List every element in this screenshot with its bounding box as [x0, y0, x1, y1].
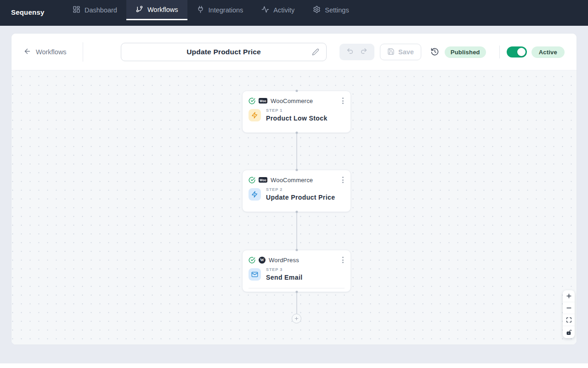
add-step-button[interactable]	[292, 314, 301, 323]
workflow-title-box	[121, 43, 327, 61]
published-status-badge: Published	[445, 46, 486, 58]
mail-icon	[249, 268, 261, 281]
settings-icon	[313, 6, 321, 15]
node-handle-bottom[interactable]	[295, 132, 298, 134]
node-header: Woo WooCommerce	[249, 96, 346, 105]
bolt-icon	[249, 188, 261, 201]
node-body: STEP 2 Update Product Price	[249, 187, 335, 201]
plus-icon	[294, 315, 299, 323]
node-footer-divider	[249, 288, 345, 288]
node-header: W WordPress	[249, 255, 346, 264]
node-menu-kebab-icon[interactable]	[340, 255, 346, 264]
nav-item-label: Settings	[325, 6, 349, 14]
integrations-icon	[197, 6, 204, 15]
save-button[interactable]: Save	[380, 44, 421, 60]
check-circle-icon	[249, 177, 255, 184]
node-step-title: Update Product Price	[266, 194, 335, 201]
nav-item-label: Activity	[273, 6, 294, 14]
save-icon	[387, 48, 395, 57]
woocommerce-logo-icon: Woo	[259, 98, 267, 104]
toggle-knob	[517, 48, 526, 56]
node-step-label: STEP 2	[266, 187, 335, 192]
nav-item-settings[interactable]: Settings	[304, 0, 358, 20]
back-link-label: Workflows	[36, 48, 67, 56]
undo-redo-group	[339, 44, 374, 60]
workflow-node-step-1[interactable]: Woo WooCommerce STEP 1 Product Low Stock	[242, 91, 351, 133]
check-circle-icon	[249, 257, 255, 264]
node-step-title: Send Email	[266, 274, 302, 281]
node-app-name: WooCommerce	[271, 98, 313, 104]
canvas-controls	[563, 290, 575, 338]
node-handle-bottom[interactable]	[295, 291, 298, 293]
node-menu-kebab-icon[interactable]	[340, 175, 346, 184]
workflows-icon	[136, 5, 143, 14]
lock-interactivity-button[interactable]	[563, 326, 575, 338]
toolbar-divider	[499, 46, 500, 58]
top-navbar: Sequensy Dashboard Workflows Integration…	[0, 0, 588, 26]
node-menu-kebab-icon[interactable]	[340, 96, 346, 105]
node-step-label: STEP 1	[266, 108, 328, 113]
zoom-out-button[interactable]	[563, 302, 575, 314]
nav-item-label: Workflows	[147, 6, 178, 13]
nav-item-activity[interactable]: Activity	[252, 0, 304, 20]
check-circle-icon	[249, 98, 255, 104]
fit-view-button[interactable]	[563, 314, 575, 326]
workflow-edge	[296, 133, 297, 170]
workflow-node-step-2[interactable]: Woo WooCommerce STEP 2 Update Product Pr…	[242, 170, 351, 212]
workflow-edge	[296, 292, 297, 314]
redo-button[interactable]	[360, 47, 368, 57]
node-handle-top[interactable]	[295, 169, 298, 171]
workflow-editor-card: Workflows Save Published	[11, 33, 577, 345]
editor-toolbar: Workflows Save Published	[11, 34, 577, 70]
nav-item-dashboard[interactable]: Dashboard	[63, 0, 126, 20]
node-step-label: STEP 3	[266, 267, 302, 272]
node-app-name: WooCommerce	[271, 177, 313, 184]
woocommerce-logo-icon: Woo	[259, 177, 267, 183]
workflow-node-step-3[interactable]: W WordPress STEP 3 Send Email	[242, 250, 351, 292]
version-history-button[interactable]	[430, 47, 440, 57]
wordpress-logo-icon: W	[259, 257, 266, 264]
active-status-badge: Active	[531, 46, 565, 58]
toolbar-right-controls: Save Published Active	[339, 44, 565, 60]
undo-button[interactable]	[346, 47, 354, 57]
save-button-label: Save	[398, 48, 414, 56]
toolbar-divider	[83, 42, 83, 62]
active-toggle[interactable]	[507, 46, 527, 58]
workflow-canvas[interactable]: Woo WooCommerce STEP 1 Product Low Stock	[11, 70, 577, 345]
main-nav: Dashboard Workflows Integrations Activit…	[63, 0, 358, 26]
arrow-left-icon	[23, 47, 31, 57]
node-app-name: WordPress	[269, 257, 299, 264]
node-handle-top[interactable]	[295, 249, 298, 251]
workflow-title-input[interactable]	[121, 43, 326, 61]
zoom-in-button[interactable]	[563, 290, 575, 302]
page-background: Workflows Save Published	[0, 26, 588, 363]
nav-item-label: Integrations	[209, 6, 243, 14]
dashboard-icon	[73, 6, 80, 15]
nav-item-label: Dashboard	[85, 6, 117, 14]
node-handle-bottom[interactable]	[295, 211, 298, 213]
node-step-title: Product Low Stock	[266, 115, 328, 122]
edit-title-pencil-icon[interactable]	[312, 48, 320, 57]
activity-icon	[261, 6, 269, 15]
node-body: STEP 1 Product Low Stock	[249, 108, 328, 122]
nav-item-workflows[interactable]: Workflows	[126, 0, 187, 20]
node-header: Woo WooCommerce	[249, 175, 346, 184]
bolt-icon	[249, 109, 261, 121]
nav-item-integrations[interactable]: Integrations	[187, 0, 253, 20]
brand-logo: Sequensy	[11, 8, 51, 16]
node-body: STEP 3 Send Email	[249, 267, 302, 281]
back-to-workflows-link[interactable]: Workflows	[23, 34, 67, 70]
node-handle-top[interactable]	[295, 90, 298, 92]
workflow-edge	[296, 212, 297, 250]
